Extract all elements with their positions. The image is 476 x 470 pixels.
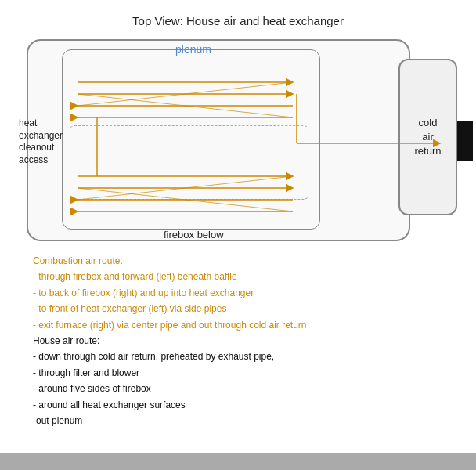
house-title-text: House air route:	[33, 335, 99, 346]
diagram: cold air return plenum heat exchanger cl…	[19, 35, 457, 247]
plenum-label: plenum	[175, 43, 211, 56]
combustion-line-1: - through firebox and forward (left) ben…	[33, 269, 457, 284]
hx-label-line1: heat	[19, 118, 63, 130]
house-line-4: - around all heat exchanger surfaces	[33, 397, 457, 413]
cold-air-line1: cold	[415, 116, 442, 130]
combustion-title: Combustion air route:	[33, 253, 457, 269]
combustion-line-3: - to front of heat exchanger (left) via …	[33, 301, 457, 316]
hx-label-line2: exchanger	[19, 130, 63, 143]
combustion-line-2: - to back of firebox (right) and up into…	[33, 285, 457, 301]
firebox-label: firebox below	[164, 229, 224, 240]
cold-air-line3: return	[415, 144, 442, 158]
legend: Combustion air route: - through firebox …	[19, 253, 457, 428]
house-line-3: - around five sides of firebox	[33, 381, 457, 396]
firebox-dashed-box	[70, 125, 308, 200]
house-line-5: -out plenum	[33, 413, 457, 428]
house-line-1: - down through cold air return, preheate…	[33, 349, 457, 364]
bottom-bar	[0, 453, 476, 470]
hx-label-line3: cleanout	[19, 142, 63, 154]
page-title: Top View: House air and heat exchanger	[0, 14, 476, 27]
hx-label-line4: access	[19, 154, 63, 167]
house-line-2: - through filter and blower	[33, 365, 457, 381]
house-title: House air route:	[33, 333, 457, 349]
combustion-line-4: - exit furnace (right) via center pipe a…	[33, 317, 457, 333]
cold-air-line2: air	[415, 130, 442, 144]
cold-air-return-box: cold air return	[398, 59, 457, 215]
blower-rect	[457, 121, 473, 161]
hx-label: heat exchanger cleanout access	[19, 118, 63, 166]
